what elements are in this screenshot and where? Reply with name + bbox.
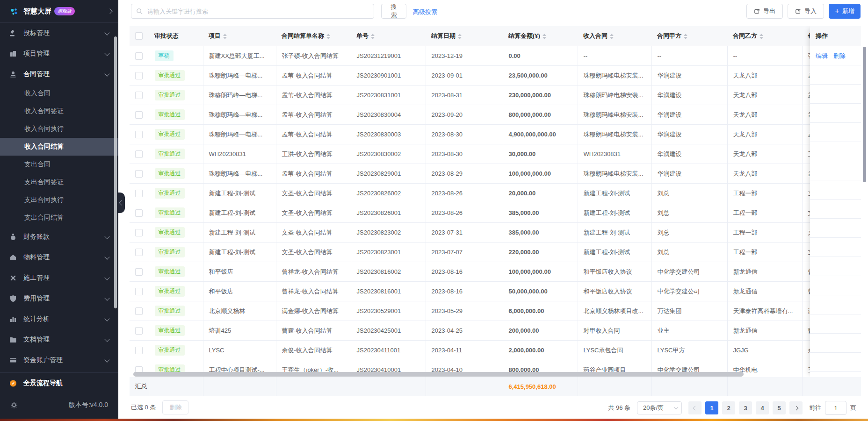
next-page-button[interactable] bbox=[789, 401, 803, 414]
import-button[interactable]: 导入 bbox=[788, 4, 824, 19]
table-row: 审批通过珠穆朗玛峰—电梯...孟苇-收入合同结算JS20230830003202… bbox=[130, 125, 861, 144]
page-button-2[interactable]: 2 bbox=[722, 401, 735, 414]
row-checkbox[interactable] bbox=[135, 170, 143, 178]
edit-link[interactable]: 编辑 bbox=[816, 52, 828, 59]
status-badge: 审批通过 bbox=[155, 306, 185, 316]
export-button[interactable]: 导出 bbox=[746, 4, 783, 19]
row-checkbox[interactable] bbox=[135, 150, 143, 158]
sidebar-item[interactable]: 支出合同结算 bbox=[0, 209, 118, 227]
row-checkbox[interactable] bbox=[135, 131, 143, 138]
column-header[interactable]: 项目 bbox=[203, 26, 276, 46]
sidebar-item[interactable]: 投标管理 bbox=[0, 23, 118, 43]
sort-icon[interactable] bbox=[684, 34, 687, 39]
row-actions bbox=[810, 123, 861, 142]
column-header[interactable]: 单号 bbox=[351, 26, 426, 46]
vertical-scrollbar[interactable] bbox=[863, 47, 866, 182]
column-header[interactable]: 收入合同 bbox=[578, 26, 651, 46]
sidebar-item-panorama-nav[interactable]: 全景流程导航 bbox=[0, 373, 118, 393]
column-header[interactable]: 结算金额(¥) bbox=[503, 26, 578, 46]
sidebar-item[interactable]: 施工管理 bbox=[0, 268, 118, 288]
sidebar-scrollbar[interactable] bbox=[114, 36, 117, 308]
sidebar-logo[interactable]: 智慧大屏 旗舰版 bbox=[0, 0, 118, 22]
row-checkbox[interactable] bbox=[135, 111, 143, 119]
column-header-actions: 操作 bbox=[810, 26, 861, 46]
sidebar-item[interactable]: 收入合同签证 bbox=[0, 102, 118, 120]
advanced-search-link[interactable]: 高级搜索 bbox=[413, 8, 437, 16]
total-count-label: 共 96 条 bbox=[608, 404, 630, 412]
page-button-3[interactable]: 3 bbox=[739, 401, 752, 414]
sort-icon[interactable] bbox=[458, 34, 462, 39]
sort-icon[interactable] bbox=[610, 34, 614, 39]
gear-icon[interactable] bbox=[10, 401, 18, 409]
row-checkbox[interactable] bbox=[135, 347, 143, 354]
sidebar-item[interactable]: 财务账款 bbox=[0, 227, 118, 247]
page-button-1[interactable]: 1 bbox=[705, 401, 718, 414]
row-checkbox[interactable] bbox=[135, 288, 143, 295]
page-button-4[interactable]: 4 bbox=[756, 401, 769, 414]
sort-icon[interactable] bbox=[371, 34, 375, 39]
add-button[interactable]: + 新增 bbox=[829, 4, 861, 19]
sidebar-item[interactable]: 物料管理 bbox=[0, 247, 118, 268]
sidebar-item[interactable]: 项目管理 bbox=[0, 43, 118, 64]
chevron-down-icon bbox=[104, 275, 109, 280]
sort-icon[interactable] bbox=[223, 34, 227, 39]
row-checkbox[interactable] bbox=[135, 52, 143, 60]
toolbar-right: 导出 导入 + 新增 bbox=[746, 4, 861, 19]
page-button-5[interactable]: 5 bbox=[773, 401, 786, 414]
column-header[interactable]: 结算日期 bbox=[426, 26, 503, 46]
row-actions bbox=[810, 334, 861, 353]
search-button[interactable]: 搜索 bbox=[381, 4, 406, 19]
batch-delete-button[interactable]: 删除 bbox=[162, 400, 188, 414]
sidebar-item[interactable]: 支出合同 bbox=[0, 156, 118, 173]
row-checkbox[interactable] bbox=[135, 249, 143, 256]
sidebar-item[interactable]: 支出合同执行 bbox=[0, 191, 118, 209]
card-icon bbox=[9, 357, 17, 364]
row-actions bbox=[810, 353, 861, 372]
sidebar-item-label: 收入合同结算 bbox=[24, 143, 64, 151]
sidebar-item[interactable]: 资金账户管理 bbox=[0, 350, 118, 371]
row-checkbox[interactable] bbox=[135, 72, 143, 79]
sidebar-item[interactable]: 合同管理 bbox=[0, 64, 118, 85]
sidebar-menu: 投标管理项目管理合同管理收入合同收入合同签证收入合同执行收入合同结算支出合同支出… bbox=[0, 23, 118, 371]
sort-icon[interactable] bbox=[760, 34, 763, 39]
column-header[interactable]: 合同乙方 bbox=[727, 26, 802, 46]
sort-icon[interactable] bbox=[326, 34, 330, 39]
chevron-down-icon bbox=[104, 254, 109, 259]
sidebar-footer: 版本号:v4.0.0 bbox=[0, 395, 118, 415]
sidebar-item[interactable]: 费用管理 bbox=[0, 288, 118, 309]
horizontal-scrollbar[interactable] bbox=[133, 372, 744, 377]
page-size-select[interactable]: 20条/页 bbox=[637, 401, 682, 414]
row-checkbox[interactable] bbox=[135, 190, 143, 197]
sidebar-item[interactable]: 收入合同 bbox=[0, 85, 118, 102]
row-checkbox[interactable] bbox=[135, 327, 143, 335]
column-header[interactable]: 合同结算单名称 bbox=[276, 26, 351, 46]
status-badge: 审批通过 bbox=[155, 168, 185, 179]
goto-page-input[interactable] bbox=[825, 401, 846, 415]
search-input[interactable] bbox=[146, 7, 369, 15]
edition-badge: 旗舰版 bbox=[54, 7, 75, 15]
pager: 12345 bbox=[688, 401, 803, 414]
row-checkbox[interactable] bbox=[135, 268, 143, 276]
select-all-checkbox[interactable] bbox=[135, 32, 143, 40]
sidebar-item[interactable]: 支出合同签证 bbox=[0, 173, 118, 191]
prev-page-button[interactable] bbox=[688, 401, 702, 414]
chevron-right-icon bbox=[107, 8, 112, 14]
delete-link[interactable]: 删除 bbox=[833, 52, 846, 59]
row-actions bbox=[810, 180, 861, 200]
sort-icon[interactable] bbox=[542, 34, 546, 39]
column-header[interactable]: 合同甲方 bbox=[651, 26, 727, 46]
row-checkbox[interactable] bbox=[135, 209, 143, 217]
sidebar-item-label: 文档管理 bbox=[23, 335, 50, 344]
sidebar-item[interactable]: 收入合同执行 bbox=[0, 120, 118, 138]
row-checkbox[interactable] bbox=[135, 307, 143, 315]
row-checkbox[interactable] bbox=[135, 229, 143, 236]
summary-amount: 6,415,950,618.00 bbox=[503, 377, 578, 396]
row-checkbox[interactable] bbox=[135, 92, 143, 99]
sidebar-collapse-toggle[interactable] bbox=[118, 193, 125, 213]
sidebar-item[interactable]: 收入合同结算 bbox=[0, 138, 118, 156]
sidebar-item-label: 统计分析 bbox=[23, 315, 50, 323]
sidebar-item[interactable]: 文档管理 bbox=[0, 329, 118, 350]
sidebar-item[interactable]: 统计分析 bbox=[0, 309, 118, 329]
summary-label: 汇总 bbox=[130, 377, 149, 396]
row-actions bbox=[810, 142, 861, 161]
